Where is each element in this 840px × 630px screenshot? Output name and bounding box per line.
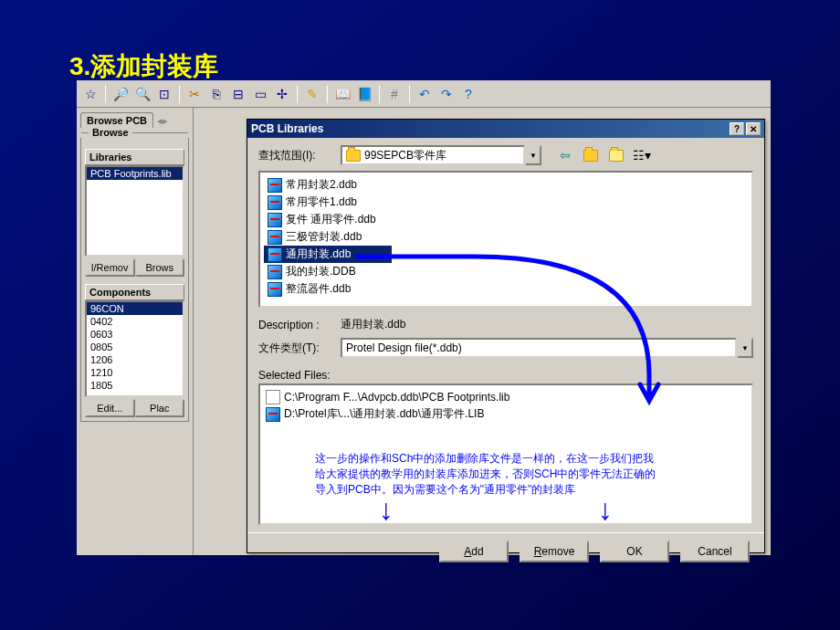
- edit-button[interactable]: Edit...: [85, 399, 135, 417]
- selected-files-label: Selected Files:: [258, 369, 753, 382]
- component-item[interactable]: 1210: [87, 366, 183, 379]
- move-icon[interactable]: ✢: [272, 84, 292, 104]
- place-button[interactable]: Plac: [135, 399, 185, 417]
- new-folder-icon[interactable]: [607, 146, 625, 164]
- ok-button[interactable]: OK: [600, 541, 669, 562]
- file-item[interactable]: 常用零件1.ddb: [264, 194, 392, 211]
- component-item[interactable]: 0603: [87, 328, 183, 341]
- browse-tab[interactable]: Browse PCB: [80, 112, 153, 128]
- copy-icon[interactable]: ⎘: [206, 84, 226, 104]
- brush-icon[interactable]: ✎: [302, 84, 322, 104]
- library-item[interactable]: PCB Footprints.lib: [87, 167, 183, 180]
- slide-title: 3.添加封装库: [69, 49, 218, 84]
- lib-icon: [266, 390, 280, 404]
- components-listbox[interactable]: 96CON 0402 0603 0805 1206 1210 1805: [85, 300, 184, 397]
- dialog-titlebar[interactable]: PCB Libraries ? ✕: [247, 120, 764, 138]
- left-panel: Browse PCB◂▸ Browse Libraries PCB Footpr…: [77, 108, 194, 555]
- dialog-title: PCB Libraries: [251, 122, 323, 135]
- file-item[interactable]: 三极管封装.ddb: [264, 228, 392, 246]
- book2-icon[interactable]: 📘: [354, 84, 374, 104]
- file-item[interactable]: 常用封装2.ddb: [264, 176, 392, 194]
- lookin-value: 99SEPCB零件库: [364, 148, 446, 163]
- component-item[interactable]: 96CON: [87, 302, 183, 315]
- ddb-icon: [268, 265, 282, 279]
- description-value: 通用封装.ddb: [341, 317, 405, 332]
- fit-icon[interactable]: ⊡: [154, 84, 174, 104]
- file-item[interactable]: 复件 通用零件.ddb: [264, 211, 392, 228]
- arrow-icon: ↓: [379, 493, 394, 527]
- dialog-button-bar: Add Remove OK Cancel: [247, 532, 764, 570]
- zoom-out-icon[interactable]: 🔍: [132, 84, 152, 104]
- redo-icon[interactable]: ↷: [436, 84, 457, 104]
- filetype-label: 文件类型(T):: [258, 341, 333, 356]
- ddb-icon: [268, 247, 282, 262]
- add-remove-button[interactable]: l/Remov: [85, 258, 135, 277]
- ddb-icon: [268, 282, 282, 297]
- annotation-text: 这一步的操作和SCh中的添加删除库文件是一样的，在这一步我们把我给大家提供的教学…: [315, 451, 662, 497]
- cut-icon[interactable]: ✂: [184, 84, 205, 104]
- pcb-libraries-dialog: PCB Libraries ? ✕ 查找范围(I): 99SEPCB零件库 ▼ …: [247, 119, 765, 553]
- component-item[interactable]: 1206: [87, 353, 183, 366]
- component-item[interactable]: 0402: [87, 315, 183, 328]
- component-item[interactable]: 0805: [87, 341, 183, 353]
- filetype-value: Protel Design file(*.ddb): [346, 341, 462, 354]
- ddb-icon: [268, 213, 282, 227]
- browse-button[interactable]: Brows: [135, 258, 185, 277]
- view-menu-icon[interactable]: ☷▾: [633, 146, 651, 164]
- filetype-dropdown[interactable]: ▼: [737, 338, 753, 358]
- nav-icon[interactable]: ☆: [80, 84, 100, 104]
- lookin-label: 查找范围(I):: [258, 148, 333, 163]
- ddb-icon: [266, 407, 280, 422]
- file-item-selected[interactable]: 通用封装.ddb: [264, 246, 392, 263]
- lookin-combo[interactable]: 99SEPCB零件库: [341, 145, 525, 165]
- folder-icon: [346, 150, 361, 162]
- selected-files-list[interactable]: C:\Program F...\Advpcb.ddb\PCB Footprint…: [258, 383, 753, 525]
- file-item[interactable]: 我的封装.DDB: [264, 263, 392, 280]
- grid-icon[interactable]: #: [384, 84, 404, 104]
- ddb-icon: [268, 178, 282, 193]
- libraries-header: Libraries: [85, 149, 184, 165]
- toolbar: ☆ 🔎 🔍 ⊡ ✂ ⎘ ⊟ ▭ ✢ ✎ 📖 📘 # ↶ ↷ ?: [77, 80, 771, 108]
- filetype-combo[interactable]: Protel Design file(*.ddb): [341, 338, 737, 358]
- add-button[interactable]: Add: [439, 541, 509, 562]
- undo-icon[interactable]: ↶: [415, 84, 435, 104]
- description-label: Description :: [258, 319, 333, 331]
- arrow-icon: ↓: [598, 493, 613, 527]
- file-item[interactable]: 整流器件.ddb: [264, 280, 392, 298]
- file-list[interactable]: 常用封装2.ddb 常用零件1.ddb 复件 通用零件.ddb 三极管封装.dd…: [258, 171, 753, 308]
- tab-scroll[interactable]: ◂▸: [153, 113, 172, 129]
- components-header: Components: [85, 284, 184, 300]
- help-icon[interactable]: ?: [458, 84, 478, 104]
- ddb-icon: [268, 195, 282, 210]
- libraries-listbox[interactable]: PCB Footprints.lib: [85, 165, 184, 257]
- zoom-in-icon[interactable]: 🔎: [110, 84, 131, 104]
- browse-group-label: Browse: [89, 127, 132, 138]
- selected-file-item[interactable]: C:\Program F...\Advpcb.ddb\PCB Footprint…: [264, 389, 748, 405]
- ddb-icon: [268, 230, 282, 245]
- lookin-dropdown[interactable]: ▼: [525, 145, 541, 165]
- up-folder-icon[interactable]: [582, 146, 600, 164]
- component-item[interactable]: 1805: [87, 379, 183, 392]
- selected-file-item[interactable]: D:\Protel库\...\通用封装.ddb\通用零件.LIB: [264, 405, 748, 423]
- paste-icon[interactable]: ⊟: [228, 84, 248, 104]
- help-button[interactable]: ?: [730, 122, 744, 135]
- back-icon[interactable]: ⇦: [556, 146, 574, 164]
- select-icon[interactable]: ▭: [250, 84, 270, 104]
- cancel-button[interactable]: Cancel: [680, 541, 750, 562]
- remove-button[interactable]: Remove: [520, 541, 589, 562]
- close-button[interactable]: ✕: [746, 122, 761, 135]
- book-icon[interactable]: 📖: [332, 84, 352, 104]
